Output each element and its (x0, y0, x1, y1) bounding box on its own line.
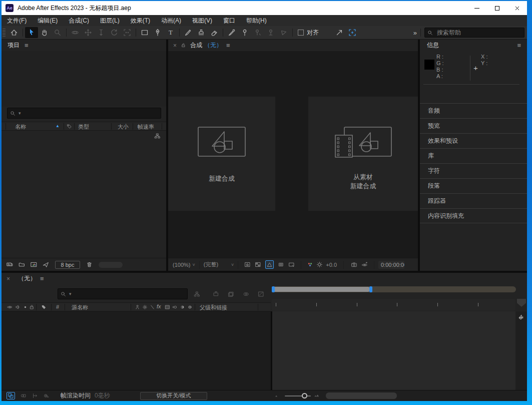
puppet-pin-tool[interactable] (238, 27, 251, 38)
menu-edit[interactable]: 编辑(E) (32, 17, 63, 25)
close-button[interactable] (507, 1, 527, 15)
channels-rgb-icon[interactable] (307, 261, 313, 268)
magnification-dropdown[interactable]: (100%) (173, 262, 190, 268)
puppet-tool-alt-2[interactable] (264, 27, 277, 38)
grid-guides-icon[interactable] (244, 261, 251, 268)
3d-layer-icon[interactable] (187, 304, 193, 310)
panel-tab-character[interactable]: 字符 (420, 163, 527, 178)
column-frame-rate[interactable]: 帧速率 (138, 123, 154, 131)
snap-arrow-option[interactable] (333, 27, 346, 38)
timeline-search-input[interactable] (72, 290, 185, 298)
menu-window[interactable]: 窗口 (218, 17, 241, 25)
dolly-camera-tool[interactable] (95, 27, 108, 38)
label-tag-icon[interactable] (67, 124, 72, 129)
rectangle-tool[interactable] (138, 27, 151, 38)
frame-blending-icon[interactable] (228, 291, 234, 297)
resolution-dropdown[interactable]: (完整) (204, 261, 218, 268)
toggle-switches-modes-button[interactable]: 切换开关/模式 (140, 392, 207, 400)
timeline-zoom-bar[interactable] (272, 286, 516, 292)
current-time-display[interactable]: 0:00:00:00 (378, 261, 404, 269)
graph-editor-icon[interactable] (258, 291, 264, 297)
orbit-camera-tool[interactable] (69, 27, 82, 38)
rotate-tool[interactable] (108, 27, 121, 38)
new-composition-icon[interactable] (31, 261, 37, 268)
timeline-hscrollbar[interactable] (326, 392, 397, 399)
mask-visibility-toggle[interactable] (265, 260, 274, 269)
solo-icon[interactable] (23, 304, 28, 310)
info-tab[interactable]: 信息 ≡ (420, 40, 527, 51)
eraser-tool[interactable] (208, 27, 221, 38)
project-tab[interactable]: 项目 ≡ (2, 40, 166, 51)
color-depth-button[interactable]: 8 bpc (55, 261, 80, 269)
snap-checkbox[interactable] (298, 30, 304, 36)
video-eye-icon[interactable] (7, 304, 13, 310)
zoom-out-mountain-icon[interactable] (274, 393, 280, 398)
minimize-button[interactable] (467, 1, 487, 15)
panel-tab-libraries[interactable]: 库 (420, 148, 527, 163)
column-name[interactable]: 名称 (15, 123, 26, 131)
toolbar-overflow-chevron[interactable]: » (413, 29, 417, 37)
column-size[interactable]: 大小 (118, 123, 129, 131)
column-type[interactable]: 类型 (78, 123, 89, 131)
exposure-reset-icon[interactable] (316, 261, 323, 268)
zoom-bar-region[interactable] (273, 287, 369, 292)
render-time-snail-icon[interactable] (43, 392, 50, 399)
panel-tab-tracker[interactable]: 跟踪器 (420, 193, 527, 208)
hand-tool[interactable] (38, 27, 51, 38)
puppet-tool-alt-1[interactable] (251, 27, 264, 38)
brush-tool[interactable] (182, 27, 195, 38)
help-search-input[interactable] (436, 29, 521, 37)
menu-view[interactable]: 视图(V) (187, 17, 218, 25)
exposure-value[interactable]: +0.0 (326, 262, 337, 268)
in-out-pane-icon[interactable] (32, 392, 38, 399)
lock-icon[interactable] (29, 304, 35, 310)
mini-flowchart-icon[interactable] (194, 291, 200, 297)
transfer-controls-pane-icon[interactable] (20, 392, 27, 399)
maximize-button[interactable] (487, 1, 507, 15)
camera-tool[interactable] (121, 27, 134, 38)
project-search-input[interactable] (21, 109, 158, 117)
interpret-footage-icon[interactable] (7, 261, 13, 268)
snapshot-camera-icon[interactable] (351, 261, 357, 268)
menu-effect[interactable]: 效果(T) (125, 17, 156, 25)
sort-ascending-icon[interactable]: ▲ (56, 124, 60, 128)
new-folder-icon[interactable] (19, 261, 25, 268)
timeline-zoom-slider-knob[interactable] (302, 393, 307, 398)
panel-tab-paragraph[interactable]: 段落 (420, 178, 527, 193)
audio-speaker-icon[interactable] (15, 304, 21, 310)
zoom-bar-left-handle[interactable] (272, 286, 275, 292)
clone-stamp-tool[interactable] (195, 27, 208, 38)
menu-file[interactable]: 文件(F) (2, 17, 32, 25)
timeline-tab[interactable]: × （无） ≡ (2, 273, 527, 284)
composition-tab[interactable]: × 合成 （无） ≡ (168, 40, 418, 51)
panel-tab-effects-presets[interactable]: 效果和预设 (420, 133, 527, 148)
roto-brush-tool[interactable] (225, 27, 238, 38)
zoom-tool[interactable] (51, 27, 64, 38)
motion-blur-icon[interactable] (172, 304, 178, 310)
shy-icon[interactable] (135, 304, 140, 310)
menu-composition[interactable]: 合成(C) (63, 17, 95, 25)
motion-blur-icon[interactable] (243, 291, 249, 297)
new-composition-card[interactable]: 新建合成 (168, 97, 275, 211)
label-tag-icon[interactable] (41, 304, 47, 310)
close-tab-icon[interactable]: × (7, 275, 10, 282)
draft-3d-icon[interactable] (213, 291, 219, 297)
home-tool[interactable] (8, 27, 21, 38)
column-parent-link[interactable]: 父级和链接 (200, 304, 227, 311)
transparency-grid-icon[interactable] (255, 261, 261, 268)
snap-toggle[interactable]: 对齐 (298, 29, 319, 37)
menu-animation[interactable]: 动画(A) (156, 17, 187, 25)
timeline-search-box[interactable]: ▾ (58, 288, 188, 299)
timeline-navigator-handle[interactable] (517, 299, 526, 307)
show-snapshot-eye-icon[interactable] (361, 261, 368, 268)
puppet-tool-alt-3[interactable] (277, 27, 290, 38)
zoom-in-mountains-icon[interactable] (314, 392, 319, 398)
trash-icon[interactable] (86, 261, 93, 268)
column-source-name[interactable]: 源名称 (72, 304, 88, 311)
menu-help[interactable]: 帮助(H) (241, 17, 272, 25)
close-tab-icon[interactable]: × (173, 42, 177, 49)
timeline-vscrollbar[interactable] (515, 311, 527, 390)
zoom-bar-right-handle[interactable] (369, 286, 372, 292)
help-search-box[interactable] (424, 28, 524, 38)
project-panel-menu-icon[interactable]: ≡ (25, 42, 29, 49)
